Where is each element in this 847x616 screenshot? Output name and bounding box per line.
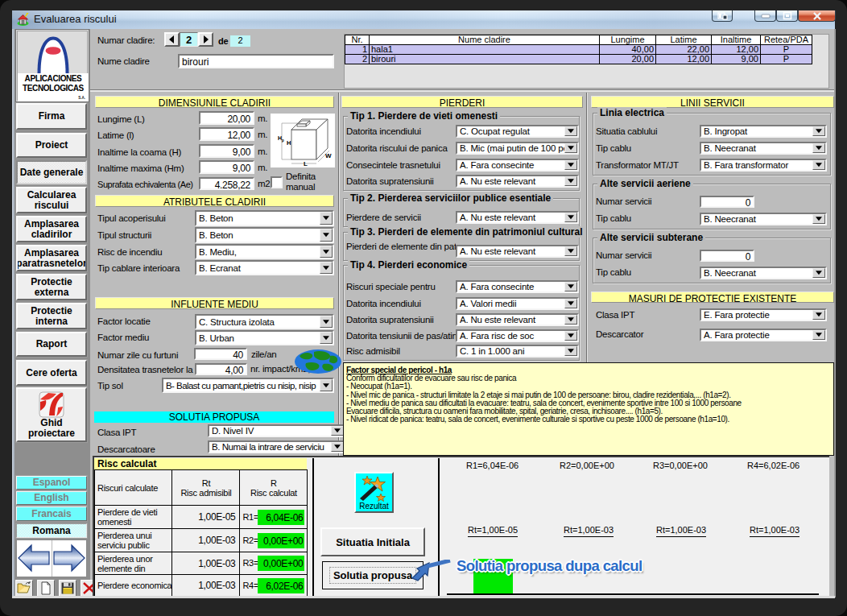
svg-text:W: W <box>325 152 332 159</box>
svg-text:L: L <box>304 160 308 167</box>
svg-text:H: H <box>287 139 291 147</box>
svg-text:Hp: Hp <box>278 135 284 143</box>
svg-text:TECNOLOGICAS: TECNOLOGICAS <box>23 84 84 93</box>
svg-text:APLICACIONES: APLICACIONES <box>25 74 82 83</box>
svg-text:S.A.: S.A. <box>78 96 85 100</box>
